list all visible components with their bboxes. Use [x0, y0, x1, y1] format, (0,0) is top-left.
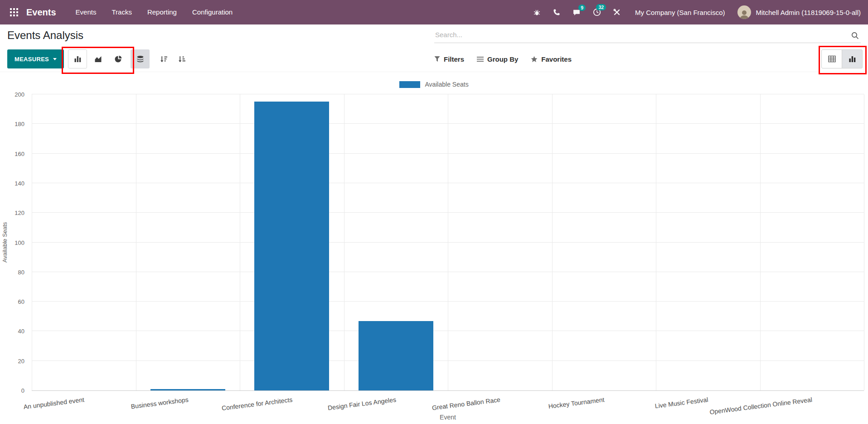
line-chart-button[interactable]: [88, 49, 107, 68]
v-gridline: [448, 94, 448, 390]
bar: [254, 102, 329, 390]
apps-menu-button[interactable]: [7, 5, 21, 19]
x-axis-title: Event: [32, 414, 864, 421]
bar: [359, 321, 433, 390]
v-gridline: [136, 94, 136, 390]
y-axis-tick-label: 180: [15, 121, 24, 127]
phone-button[interactable]: [553, 9, 560, 16]
bar-chart-button[interactable]: [68, 49, 87, 68]
favorites-star-icon: [531, 56, 538, 63]
pie-chart-button[interactable]: [109, 49, 128, 68]
y-axis-tick-label: 160: [15, 150, 24, 157]
y-axis-tick-label: 80: [18, 268, 24, 275]
favorites-label: Favorites: [541, 55, 572, 63]
y-axis-tick-label: 200: [15, 91, 24, 98]
tools-button[interactable]: [613, 9, 621, 16]
sort-descending-button[interactable]: [154, 49, 173, 68]
favorites-button[interactable]: Favorites: [531, 55, 572, 63]
view-switcher: [821, 49, 863, 68]
control-panel-top: Events Analysis: [0, 24, 868, 47]
v-gridline: [240, 94, 240, 390]
graph-view-icon: [849, 55, 856, 63]
v-gridline: [656, 94, 656, 390]
menu-tracks[interactable]: Tracks: [104, 0, 139, 24]
stacked-icon: [136, 55, 144, 63]
plot-area: [32, 94, 864, 391]
measures-label: MEASURES: [15, 56, 49, 63]
menu-events[interactable]: Events: [68, 0, 104, 24]
x-axis-tick-label: Hockey Tournament: [548, 396, 605, 410]
menu-configuration[interactable]: Configuration: [184, 0, 240, 24]
group-by-label: Group By: [487, 55, 518, 63]
app-name[interactable]: Events: [26, 7, 56, 18]
odoo-events-screen: Events Events Tracks Reporting Configura…: [0, 0, 868, 424]
pie-chart-icon: [115, 55, 122, 63]
v-gridline: [32, 94, 32, 390]
user-menu[interactable]: Mitchell Admin (11819069-15-0-all): [756, 9, 861, 16]
app-menus: Events Tracks Reporting Configuration: [68, 0, 241, 24]
sort-descending-icon: [160, 55, 168, 63]
messages-button[interactable]: 9: [572, 9, 581, 16]
x-axis-tick-label: Live Music Festival: [655, 396, 708, 409]
x-axis-tick-label: Business workshops: [131, 396, 189, 410]
v-gridline: [344, 94, 344, 390]
activities-badge: 32: [596, 4, 606, 10]
control-panel-buttons: MEASURES: [0, 47, 868, 72]
group-by-icon: [477, 56, 484, 62]
graph-view-button[interactable]: [842, 49, 863, 68]
user-avatar[interactable]: [737, 5, 751, 19]
search-facets: Filters Group By Favorites: [434, 49, 572, 68]
y-axis-tick-label: 120: [15, 210, 24, 216]
legend-swatch: [399, 81, 420, 88]
filter-icon: [434, 56, 440, 62]
page-title: Events Analysis: [7, 29, 83, 42]
x-axis-tick-label: Design Fair Los Angeles: [328, 396, 397, 411]
phone-icon: [553, 9, 560, 16]
y-axis-tick-label: 100: [15, 239, 24, 246]
v-gridline: [760, 94, 761, 390]
bug-icon: [533, 9, 541, 16]
x-axis-tick-label: An unpublished event: [23, 396, 85, 410]
sort-ascending-icon: [178, 55, 186, 63]
caret-down-icon: [53, 58, 57, 60]
search-bar: [434, 28, 861, 43]
y-axis-tick-label: 60: [18, 298, 24, 305]
messages-badge: 9: [578, 5, 586, 11]
apps-grid-icon: [10, 8, 18, 16]
pivot-view-icon: [828, 55, 836, 63]
filters-button[interactable]: Filters: [434, 55, 464, 63]
chart-type-group: [68, 49, 128, 68]
x-axis-tick-label: OpenWood Collection Online Reveal: [709, 396, 813, 416]
y-axis-tick-label: 20: [18, 357, 24, 364]
v-gridline: [552, 94, 553, 390]
company-switcher[interactable]: My Company (San Francisco): [635, 9, 725, 16]
person-icon: [739, 9, 750, 19]
debug-menu-button[interactable]: [533, 9, 541, 16]
x-axis: An unpublished eventBusiness workshopsCo…: [32, 390, 864, 414]
measures-button[interactable]: MEASURES: [7, 49, 64, 68]
top-navbar: Events Events Tracks Reporting Configura…: [0, 0, 868, 24]
activities-button[interactable]: 32: [593, 8, 601, 16]
y-axis: 020406080100120140160180200: [0, 94, 28, 390]
menu-reporting[interactable]: Reporting: [140, 0, 184, 24]
search-icon[interactable]: [851, 32, 859, 41]
pivot-view-button[interactable]: [821, 49, 842, 68]
filters-label: Filters: [444, 55, 464, 63]
x-axis-tick-label: Great Reno Ballon Race: [432, 396, 501, 411]
y-axis-tick-label: 40: [18, 328, 24, 335]
stacked-toggle-button[interactable]: [131, 49, 150, 68]
y-axis-tick-label: 140: [15, 180, 24, 186]
chart-legend[interactable]: Available Seats: [0, 81, 868, 88]
tools-icon: [613, 9, 621, 16]
y-axis-tick-label: 0: [21, 387, 24, 394]
legend-label: Available Seats: [425, 81, 468, 88]
bar-chart-icon: [74, 55, 82, 63]
sort-ascending-button[interactable]: [172, 49, 191, 68]
group-by-button[interactable]: Group By: [477, 55, 518, 63]
x-axis-tick-label: Conference for Architects: [221, 396, 293, 412]
search-input[interactable]: [434, 28, 846, 39]
v-gridline: [864, 94, 864, 390]
navbar-systray: 9 32 My Company (San Francisco): [521, 5, 861, 19]
area-chart-icon: [94, 55, 102, 63]
